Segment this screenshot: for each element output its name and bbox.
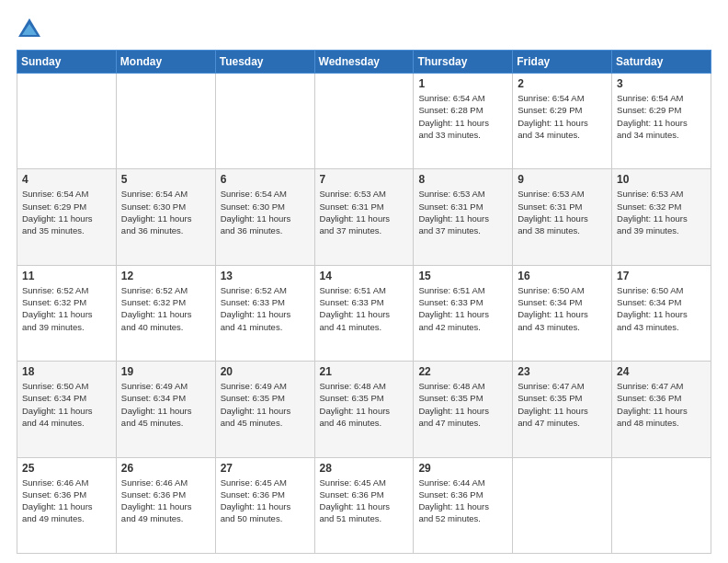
day-info: Sunrise: 6:47 AM Sunset: 6:35 PM Dayligh… bbox=[518, 380, 607, 429]
calendar-header-wednesday: Wednesday bbox=[314, 51, 414, 74]
calendar-cell: 7Sunrise: 6:53 AM Sunset: 6:31 PM Daylig… bbox=[314, 169, 414, 265]
day-number: 12 bbox=[121, 270, 210, 282]
day-info: Sunrise: 6:54 AM Sunset: 6:30 PM Dayligh… bbox=[221, 188, 310, 236]
day-info: Sunrise: 6:44 AM Sunset: 6:36 PM Dayligh… bbox=[418, 477, 507, 525]
day-info: Sunrise: 6:53 AM Sunset: 6:31 PM Dayligh… bbox=[418, 188, 507, 236]
calendar-header-saturday: Saturday bbox=[612, 51, 711, 74]
day-number: 27 bbox=[221, 462, 310, 475]
calendar-cell: 22Sunrise: 6:48 AM Sunset: 6:35 PM Dayli… bbox=[414, 362, 513, 457]
day-info: Sunrise: 6:45 AM Sunset: 6:36 PM Dayligh… bbox=[320, 477, 409, 525]
day-number: 7 bbox=[320, 173, 409, 186]
calendar-cell: 1Sunrise: 6:54 AM Sunset: 6:28 PM Daylig… bbox=[414, 74, 513, 169]
calendar-cell: 24Sunrise: 6:47 AM Sunset: 6:36 PM Dayli… bbox=[612, 362, 711, 457]
day-number: 17 bbox=[617, 270, 706, 282]
day-info: Sunrise: 6:47 AM Sunset: 6:36 PM Dayligh… bbox=[617, 380, 706, 429]
calendar-week-row: 25Sunrise: 6:46 AM Sunset: 6:36 PM Dayli… bbox=[17, 457, 711, 553]
day-info: Sunrise: 6:52 AM Sunset: 6:32 PM Dayligh… bbox=[22, 284, 111, 333]
calendar-header-thursday: Thursday bbox=[414, 51, 513, 74]
day-number: 9 bbox=[518, 173, 607, 186]
calendar-cell: 13Sunrise: 6:52 AM Sunset: 6:33 PM Dayli… bbox=[215, 265, 314, 361]
calendar-cell: 9Sunrise: 6:53 AM Sunset: 6:31 PM Daylig… bbox=[513, 169, 612, 265]
day-info: Sunrise: 6:51 AM Sunset: 6:33 PM Dayligh… bbox=[418, 284, 507, 333]
calendar-cell: 23Sunrise: 6:47 AM Sunset: 6:35 PM Dayli… bbox=[513, 362, 612, 457]
day-number: 2 bbox=[518, 77, 607, 90]
calendar-cell bbox=[314, 74, 414, 169]
calendar-week-row: 4Sunrise: 6:54 AM Sunset: 6:29 PM Daylig… bbox=[17, 169, 711, 265]
day-number: 13 bbox=[221, 270, 310, 282]
day-number: 28 bbox=[320, 462, 409, 475]
day-info: Sunrise: 6:46 AM Sunset: 6:36 PM Dayligh… bbox=[22, 477, 111, 525]
calendar-cell: 20Sunrise: 6:49 AM Sunset: 6:35 PM Dayli… bbox=[215, 362, 314, 457]
day-number: 21 bbox=[320, 365, 409, 378]
calendar-cell: 28Sunrise: 6:45 AM Sunset: 6:36 PM Dayli… bbox=[314, 457, 414, 553]
day-info: Sunrise: 6:49 AM Sunset: 6:34 PM Dayligh… bbox=[121, 380, 210, 429]
day-number: 8 bbox=[418, 173, 507, 186]
day-number: 16 bbox=[518, 270, 607, 282]
calendar-cell bbox=[215, 74, 314, 169]
calendar-week-row: 11Sunrise: 6:52 AM Sunset: 6:32 PM Dayli… bbox=[17, 265, 711, 361]
calendar-cell: 27Sunrise: 6:45 AM Sunset: 6:36 PM Dayli… bbox=[215, 457, 314, 553]
calendar-cell: 19Sunrise: 6:49 AM Sunset: 6:34 PM Dayli… bbox=[116, 362, 215, 457]
day-info: Sunrise: 6:48 AM Sunset: 6:35 PM Dayligh… bbox=[418, 380, 507, 429]
day-info: Sunrise: 6:48 AM Sunset: 6:35 PM Dayligh… bbox=[320, 380, 409, 429]
day-number: 22 bbox=[418, 365, 507, 378]
day-number: 20 bbox=[221, 365, 310, 378]
calendar-header-friday: Friday bbox=[513, 51, 612, 74]
day-info: Sunrise: 6:52 AM Sunset: 6:32 PM Dayligh… bbox=[121, 284, 210, 333]
calendar-header-sunday: Sunday bbox=[17, 51, 117, 74]
day-info: Sunrise: 6:50 AM Sunset: 6:34 PM Dayligh… bbox=[518, 284, 607, 333]
day-number: 4 bbox=[22, 173, 111, 186]
calendar-cell bbox=[612, 457, 711, 553]
day-number: 5 bbox=[121, 173, 210, 186]
day-info: Sunrise: 6:54 AM Sunset: 6:29 PM Dayligh… bbox=[22, 188, 111, 236]
day-info: Sunrise: 6:54 AM Sunset: 6:29 PM Dayligh… bbox=[518, 92, 607, 141]
day-info: Sunrise: 6:52 AM Sunset: 6:33 PM Dayligh… bbox=[221, 284, 310, 333]
day-info: Sunrise: 6:50 AM Sunset: 6:34 PM Dayligh… bbox=[22, 380, 111, 429]
day-number: 10 bbox=[617, 173, 706, 186]
day-info: Sunrise: 6:54 AM Sunset: 6:28 PM Dayligh… bbox=[418, 92, 507, 141]
day-number: 29 bbox=[418, 462, 507, 475]
day-info: Sunrise: 6:51 AM Sunset: 6:33 PM Dayligh… bbox=[320, 284, 409, 333]
day-info: Sunrise: 6:53 AM Sunset: 6:31 PM Dayligh… bbox=[320, 188, 409, 236]
calendar-week-row: 18Sunrise: 6:50 AM Sunset: 6:34 PM Dayli… bbox=[17, 362, 711, 457]
calendar-cell: 12Sunrise: 6:52 AM Sunset: 6:32 PM Dayli… bbox=[116, 265, 215, 361]
calendar-cell bbox=[17, 74, 117, 169]
calendar-header-tuesday: Tuesday bbox=[215, 51, 314, 74]
day-info: Sunrise: 6:46 AM Sunset: 6:36 PM Dayligh… bbox=[121, 477, 210, 525]
calendar-week-row: 1Sunrise: 6:54 AM Sunset: 6:28 PM Daylig… bbox=[17, 74, 711, 169]
calendar-cell: 5Sunrise: 6:54 AM Sunset: 6:30 PM Daylig… bbox=[116, 169, 215, 265]
day-number: 23 bbox=[518, 365, 607, 378]
calendar-cell bbox=[513, 457, 612, 553]
day-number: 3 bbox=[617, 77, 706, 90]
calendar-cell: 29Sunrise: 6:44 AM Sunset: 6:36 PM Dayli… bbox=[414, 457, 513, 553]
calendar-cell: 14Sunrise: 6:51 AM Sunset: 6:33 PM Dayli… bbox=[314, 265, 414, 361]
calendar-cell: 17Sunrise: 6:50 AM Sunset: 6:34 PM Dayli… bbox=[612, 265, 711, 361]
day-info: Sunrise: 6:54 AM Sunset: 6:29 PM Dayligh… bbox=[617, 92, 706, 141]
day-number: 19 bbox=[121, 365, 210, 378]
calendar-cell: 3Sunrise: 6:54 AM Sunset: 6:29 PM Daylig… bbox=[612, 74, 711, 169]
calendar-cell bbox=[116, 74, 215, 169]
day-number: 26 bbox=[121, 462, 210, 475]
calendar-header-row: SundayMondayTuesdayWednesdayThursdayFrid… bbox=[17, 51, 711, 74]
day-number: 14 bbox=[320, 270, 409, 282]
calendar-cell: 25Sunrise: 6:46 AM Sunset: 6:36 PM Dayli… bbox=[17, 457, 117, 553]
calendar-cell: 18Sunrise: 6:50 AM Sunset: 6:34 PM Dayli… bbox=[17, 362, 117, 457]
calendar-cell: 21Sunrise: 6:48 AM Sunset: 6:35 PM Dayli… bbox=[314, 362, 414, 457]
header bbox=[17, 17, 711, 42]
calendar-table: SundayMondayTuesdayWednesdayThursdayFrid… bbox=[17, 50, 711, 554]
calendar-cell: 2Sunrise: 6:54 AM Sunset: 6:29 PM Daylig… bbox=[513, 74, 612, 169]
calendar-cell: 16Sunrise: 6:50 AM Sunset: 6:34 PM Dayli… bbox=[513, 265, 612, 361]
day-info: Sunrise: 6:54 AM Sunset: 6:30 PM Dayligh… bbox=[121, 188, 210, 236]
day-info: Sunrise: 6:50 AM Sunset: 6:34 PM Dayligh… bbox=[617, 284, 706, 333]
calendar-cell: 11Sunrise: 6:52 AM Sunset: 6:32 PM Dayli… bbox=[17, 265, 117, 361]
day-number: 11 bbox=[22, 270, 111, 282]
day-info: Sunrise: 6:49 AM Sunset: 6:35 PM Dayligh… bbox=[221, 380, 310, 429]
calendar-cell: 15Sunrise: 6:51 AM Sunset: 6:33 PM Dayli… bbox=[414, 265, 513, 361]
calendar-cell: 26Sunrise: 6:46 AM Sunset: 6:36 PM Dayli… bbox=[116, 457, 215, 553]
calendar-cell: 10Sunrise: 6:53 AM Sunset: 6:32 PM Dayli… bbox=[612, 169, 711, 265]
logo-icon bbox=[17, 17, 42, 42]
day-number: 15 bbox=[418, 270, 507, 282]
calendar-cell: 8Sunrise: 6:53 AM Sunset: 6:31 PM Daylig… bbox=[414, 169, 513, 265]
day-number: 1 bbox=[418, 77, 507, 90]
day-info: Sunrise: 6:53 AM Sunset: 6:32 PM Dayligh… bbox=[617, 188, 706, 236]
